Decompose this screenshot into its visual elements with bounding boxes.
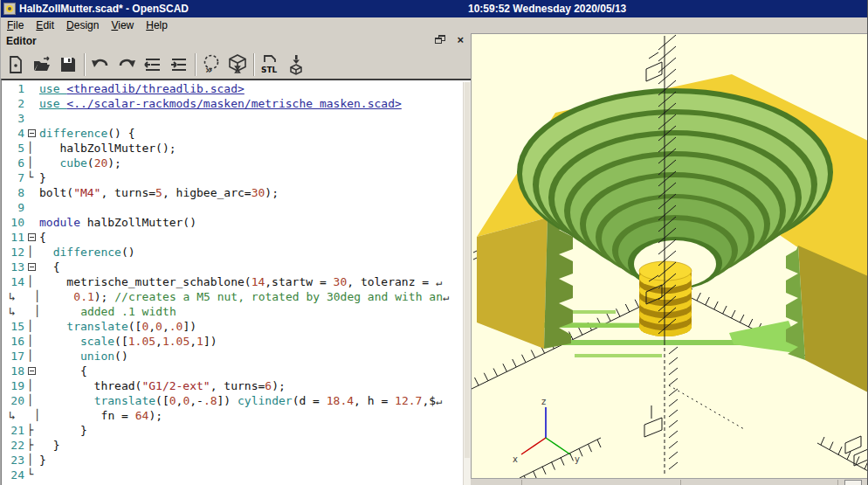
fold-column — [27, 185, 39, 200]
line-number: 3 — [2, 111, 27, 126]
editor-panel-title: Editor — [6, 35, 37, 47]
code-row: 19│ thread("G1/2-ext", turns=6); — [2, 378, 449, 393]
code-row: 2use <../scalar-rackmods/masken/metrisch… — [2, 96, 449, 111]
fold-column: │ — [27, 156, 39, 170]
print-3d-button[interactable] — [283, 52, 309, 77]
code-row: 14│ metrische_mutter_schablone(14,startw… — [2, 274, 449, 289]
line-number: 20 — [2, 393, 27, 408]
code-row: 3 — [2, 111, 449, 126]
code-text: difference() — [39, 245, 135, 260]
save-file-button[interactable] — [55, 52, 81, 77]
fold-column[interactable] — [27, 260, 39, 274]
window-title: HalbZollMutter.scad* - OpenSCAD — [19, 3, 189, 15]
code-text: 0.1); //creates a M5 nut, rotated by 30d… — [46, 289, 449, 304]
bolt — [639, 261, 692, 336]
menu-item-help[interactable]: Help — [140, 18, 174, 32]
menu-item-view[interactable]: View — [105, 18, 140, 32]
new-file-icon — [6, 55, 25, 74]
viewport-scrollbar[interactable] — [471, 478, 868, 485]
code-row: 24└ — [2, 468, 449, 482]
svg-text:»: » — [205, 63, 212, 76]
menu-bar: FileEditDesignViewHelp — [1, 17, 867, 34]
close-panel-icon[interactable]: × — [457, 33, 464, 46]
fold-toggle-icon — [28, 263, 36, 271]
fold-column — [27, 81, 39, 96]
open-folder-icon — [32, 55, 52, 74]
export-stl-button[interactable]: STL — [257, 52, 283, 77]
fold-column: └ — [27, 468, 39, 482]
toolbar-separator — [195, 53, 196, 76]
toolbar-separator — [84, 53, 85, 76]
code-row: 11{ — [2, 230, 449, 245]
code-text: metrische_mutter_schablone(14,startw = 3… — [39, 274, 442, 289]
code-text: } — [39, 453, 46, 468]
fold-toggle-icon — [28, 129, 36, 137]
open-file-button[interactable] — [29, 52, 55, 77]
undo-icon — [90, 55, 111, 74]
code-text: fn = 64); — [46, 408, 162, 423]
float-panel-icon[interactable] — [435, 35, 446, 45]
code-row: 4difference() { — [2, 126, 449, 141]
fold-column[interactable] — [27, 126, 39, 141]
fold-column: └ — [27, 170, 39, 185]
menu-item-edit[interactable]: Edit — [30, 18, 60, 32]
fold-column: │ — [27, 245, 39, 260]
stl-label: STL — [261, 66, 278, 74]
code-text: } — [39, 170, 46, 185]
viewport-3d[interactable]: z x y — [471, 33, 868, 480]
render-icon — [226, 53, 249, 76]
line-number: 10 — [2, 215, 27, 230]
fold-column: ├ — [27, 423, 39, 438]
toolbar-separator — [253, 53, 254, 76]
new-file-button[interactable] — [3, 52, 29, 77]
menu-item-design[interactable]: Design — [60, 18, 105, 32]
code-text: scale([1.05,1.05,1]) — [39, 334, 217, 349]
line-number: 17 — [2, 349, 27, 364]
scrollbar-grip[interactable] — [844, 480, 862, 485]
indent-button[interactable] — [166, 52, 192, 77]
code-row: 5│ halbZollMutter(); — [2, 141, 449, 156]
line-number: 9 — [2, 200, 27, 215]
fold-column — [27, 200, 39, 215]
line-number: 8 — [2, 185, 27, 200]
unindent-button[interactable] — [140, 52, 166, 77]
wrap-mark-icon: ↵ — [436, 276, 442, 288]
code-row: 8bolt("M4", turns=5, higbee_arc=30); — [2, 185, 449, 200]
fold-column: │ — [27, 453, 39, 468]
preview-button[interactable]: » — [198, 52, 224, 77]
line-number: 12 — [2, 245, 27, 260]
render-button[interactable] — [224, 52, 251, 77]
code-row: 16│ scale([1.05,1.05,1]) — [2, 334, 449, 349]
fold-toggle-icon — [28, 233, 36, 241]
undo-button[interactable] — [87, 52, 114, 77]
fold-column[interactable] — [27, 364, 39, 378]
z-axis-label: z — [541, 397, 546, 406]
code-row: 15│ translate([0,0,.0]) — [2, 319, 449, 334]
line-number: 21 — [2, 423, 27, 438]
code-rows: 1use <threadlib/threadlib.scad>2use <../… — [2, 81, 449, 482]
code-text: } — [39, 438, 59, 453]
save-floppy-icon — [59, 55, 78, 74]
editor-panel-header: Editor × — [1, 33, 471, 49]
line-number: 23 — [2, 453, 27, 468]
fold-column: │ — [27, 274, 39, 289]
fold-column[interactable] — [27, 230, 39, 245]
title-clock: 10:59:52 Wednesday 2020/05/13 — [468, 0, 626, 17]
fold-column: │ — [27, 141, 39, 156]
code-row: 18 { — [2, 364, 449, 378]
code-text: halbZollMutter(); — [39, 141, 176, 156]
x-axis-label: x — [513, 454, 518, 464]
code-row: 23│} — [2, 453, 449, 468]
line-number: 13 — [2, 260, 27, 274]
redo-button[interactable] — [114, 52, 140, 77]
code-row: 10module halbZollMutter() — [2, 215, 449, 230]
editor-vertical-scrollbar[interactable] — [463, 82, 471, 485]
line-number: 11 — [2, 230, 27, 245]
fold-column — [27, 111, 39, 126]
code-text: cube(20); — [39, 156, 121, 170]
wrap-continuation-marker: ↳ — [2, 289, 34, 304]
line-number: 2 — [2, 96, 27, 111]
fold-column: ├ — [27, 438, 39, 453]
menu-item-file[interactable]: File — [1, 18, 30, 32]
code-editor[interactable]: 1use <threadlib/threadlib.scad>2use <../… — [1, 79, 471, 485]
